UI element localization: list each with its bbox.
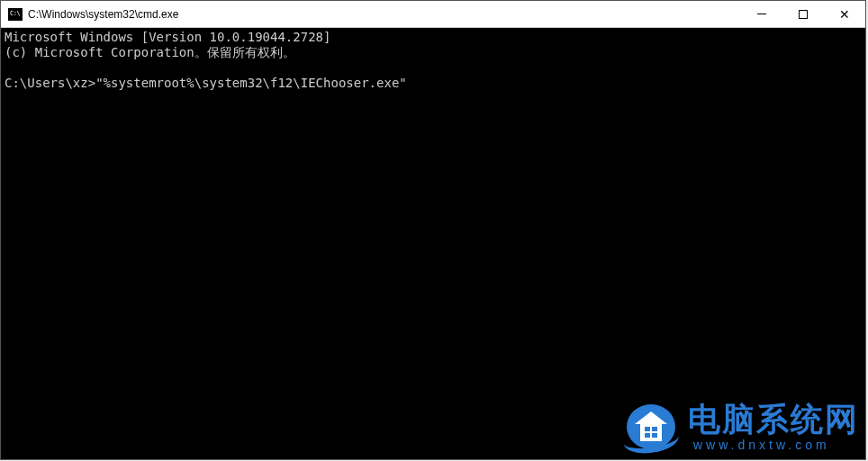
maximize-button[interactable] <box>782 1 824 27</box>
terminal-prompt: C:\Users\xz> <box>5 76 95 90</box>
titlebar[interactable]: C:\ C:\Windows\system32\cmd.exe ✕ <box>1 1 865 28</box>
cmd-icon-label: C:\ <box>10 11 20 17</box>
watermark-site-name: 电脑系统网 <box>688 403 859 436</box>
watermark-site-url: www.dnxtw.com <box>688 438 830 452</box>
window-title: C:\Windows\system32\cmd.exe <box>28 8 741 21</box>
close-button[interactable]: ✕ <box>824 1 865 27</box>
terminal-output-line: (c) Microsoft Corporation。保留所有权利。 <box>5 45 295 59</box>
close-icon: ✕ <box>839 7 850 22</box>
terminal-area[interactable]: Microsoft Windows [Version 10.0.19044.27… <box>1 28 865 459</box>
cmd-icon: C:\ <box>8 8 23 21</box>
terminal-output-line: Microsoft Windows [Version 10.0.19044.27… <box>5 30 330 44</box>
watermark-logo-icon <box>627 404 679 451</box>
minimize-button[interactable] <box>741 1 782 27</box>
watermark: 电脑系统网 www.dnxtw.com <box>627 403 859 452</box>
terminal-command: "%systemroot%\system32\f12\IEChooser.exe… <box>95 76 407 90</box>
window-controls: ✕ <box>741 1 865 27</box>
watermark-text: 电脑系统网 www.dnxtw.com <box>688 403 859 452</box>
terminal-prompt-line: C:\Users\xz>"%systemroot%\system32\f12\I… <box>5 76 407 90</box>
cmd-window: C:\ C:\Windows\system32\cmd.exe ✕ Micros… <box>0 0 866 460</box>
maximize-icon <box>799 10 808 19</box>
minimize-icon <box>757 14 766 14</box>
